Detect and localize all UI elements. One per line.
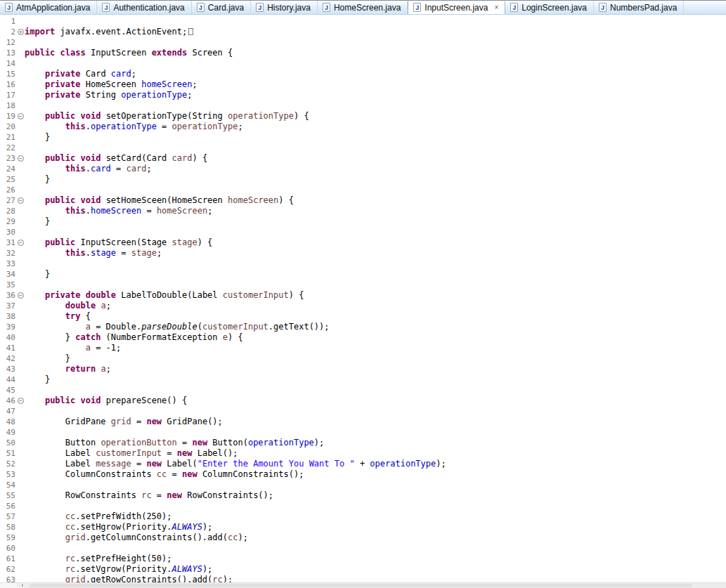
fold-toggle-icon[interactable]: + [18, 29, 24, 35]
code-line[interactable]: 12 [0, 37, 726, 48]
code-line[interactable]: 58 cc.setHgrow(Priority.ALWAYS); [0, 522, 726, 533]
fold-gutter [17, 37, 25, 48]
code-line[interactable]: 47 [0, 406, 726, 417]
code-line[interactable]: 24 this.card = card; [0, 164, 726, 174]
code-line[interactable]: 13public class InputScreen extends Scree… [0, 48, 726, 58]
horizontal-scrollbar[interactable]: ‹ [0, 582, 726, 588]
code-line[interactable]: 30 [0, 227, 726, 237]
code-line[interactable]: 18 [0, 100, 726, 111]
code-line[interactable]: 22 [0, 143, 726, 153]
scrollbar-track[interactable] [28, 583, 726, 588]
code-line[interactable]: 43 return a; [0, 364, 726, 374]
fold-gutter [17, 427, 25, 438]
code-line[interactable]: 29 } [0, 216, 726, 227]
code-text: Label customerInput = new Label(); [25, 448, 238, 459]
code-line[interactable]: 56 [0, 501, 726, 511]
code-line[interactable]: 32 this.stage = stage; [0, 248, 726, 259]
fold-toggle-icon[interactable]: − [18, 113, 24, 119]
code-line[interactable]: 27− public void setHomeSceen(HomeScreen … [0, 195, 726, 206]
code-line[interactable]: 34 } [0, 269, 726, 280]
code-line[interactable]: 62 rc.setVgrow(Priority.ALWAYS); [0, 564, 726, 575]
code-line[interactable]: 50 Button operationButton = new Button(o… [0, 438, 726, 448]
code-line[interactable]: 20 this.operationType = operationType; [0, 122, 726, 132]
line-number: 36 [0, 290, 17, 301]
code-line[interactable]: 55 RowConstraints rc = new RowConstraint… [0, 490, 726, 501]
code-line[interactable]: 54 [0, 480, 726, 490]
fold-gutter [17, 533, 25, 543]
line-number: 42 [0, 353, 17, 364]
code-line[interactable]: 14 [0, 58, 726, 69]
fold-gutter [17, 143, 25, 153]
editor-tab[interactable]: JNumbersPad.java [594, 1, 684, 14]
editor-tab[interactable]: JCard.java [192, 1, 251, 14]
code-line[interactable]: 1 [0, 16, 726, 27]
code-line[interactable]: 2+import javafx.event.ActionEvent; [0, 27, 726, 37]
code-line[interactable]: 51 Label customerInput = new Label(); [0, 448, 726, 459]
editor-tab[interactable]: JHomeScreen.java [318, 1, 408, 14]
code-line[interactable]: 63 grid.getRowConstraints().add(rc); [0, 575, 726, 582]
code-line[interactable]: 26 [0, 185, 726, 195]
fold-gutter [17, 174, 25, 185]
code-line[interactable]: 16 private HomeScreen homeScreen; [0, 79, 726, 90]
scrollbar-thumb[interactable] [30, 584, 692, 587]
fold-toggle-icon[interactable]: − [18, 240, 24, 246]
code-line[interactable]: 15 private Card card; [0, 69, 726, 79]
code-line[interactable]: 17 private String operationType; [0, 90, 726, 100]
fold-gutter [17, 48, 25, 58]
fold-gutter [17, 79, 25, 90]
code-line[interactable]: 39 a = Double.parseDouble(customerInput.… [0, 322, 726, 332]
line-number: 59 [0, 533, 17, 543]
code-line[interactable]: 28 this.homeScreen = homeScreen; [0, 206, 726, 216]
code-line[interactable]: 21 } [0, 132, 726, 143]
fold-gutter [17, 511, 25, 522]
code-line[interactable]: 48 GridPane grid = new GridPane(); [0, 417, 726, 427]
fold-gutter [17, 185, 25, 195]
fold-toggle-icon[interactable]: − [18, 197, 24, 204]
code-line[interactable]: 60 [0, 543, 726, 554]
fold-toggle-icon[interactable]: − [18, 155, 24, 162]
code-line[interactable]: 35 [0, 280, 726, 290]
code-line[interactable]: 31− public InputScreen(Stage stage) { [0, 237, 726, 248]
code-line[interactable]: 61 rc.setPrefHeight(50); [0, 554, 726, 564]
tab-label: LoginScreen.java [521, 3, 587, 13]
code-text: GridPane grid = new GridPane(); [25, 417, 223, 427]
code-line[interactable]: 59 grid.getColumnConstraints().add(cc); [0, 533, 726, 543]
code-line[interactable]: 44 } [0, 374, 726, 385]
scroll-left-icon[interactable]: ‹ [17, 583, 28, 588]
code-text: } [25, 216, 50, 227]
code-line[interactable]: 46− public void prepareScene() { [0, 396, 726, 406]
code-line[interactable]: 19− public void setOperationType(String … [0, 111, 726, 122]
code-line[interactable]: 36− private double LabelToDouble(Label c… [0, 290, 726, 301]
editor-tab[interactable]: JInputScreen.java× [408, 1, 505, 14]
code-line[interactable]: 25 } [0, 174, 726, 185]
code-line[interactable]: 38 try { [0, 311, 726, 322]
fold-gutter: − [17, 111, 25, 122]
code-line[interactable]: 45 [0, 385, 726, 396]
editor-tab[interactable]: JLoginScreen.java [505, 1, 594, 14]
code-line[interactable]: 40 } catch (NumberFormatException e) { [0, 332, 726, 343]
code-text: public void setHomeSceen(HomeScreen home… [25, 195, 294, 206]
code-line[interactable]: 23− public void setCard(Card card) { [0, 153, 726, 164]
fold-toggle-icon[interactable]: − [18, 398, 24, 404]
code-line[interactable]: 37 double a; [0, 301, 726, 311]
fold-toggle-icon[interactable]: − [18, 292, 24, 299]
line-number: 14 [0, 58, 17, 69]
code-line[interactable]: 57 cc.setPrefWidth(250); [0, 511, 726, 522]
code-editor-area[interactable]: 12+import javafx.event.ActionEvent;1213p… [0, 15, 726, 582]
code-line[interactable]: 53 ColumnConstraints cc = new ColumnCons… [0, 469, 726, 480]
editor-tab[interactable]: JHistory.java [251, 1, 318, 14]
folded-region-icon[interactable] [188, 28, 193, 35]
editor-tab[interactable]: JAuthentication.java [97, 1, 191, 14]
tab-close-icon[interactable]: × [494, 4, 498, 11]
fold-gutter: − [17, 153, 25, 164]
code-line[interactable]: 41 a = -1; [0, 343, 726, 353]
code-text: RowConstraints rc = new RowConstraints()… [25, 490, 273, 501]
code-text: this.operationType = operationType; [25, 122, 243, 132]
line-number: 44 [0, 374, 17, 385]
code-line[interactable]: 52 Label message = new Label("Enter the … [0, 459, 726, 469]
line-number: 52 [0, 459, 17, 469]
code-line[interactable]: 49 [0, 427, 726, 438]
editor-tab[interactable]: JAtmApplication.java [0, 1, 97, 14]
code-line[interactable]: 33 [0, 259, 726, 269]
code-line[interactable]: 42 } [0, 353, 726, 364]
